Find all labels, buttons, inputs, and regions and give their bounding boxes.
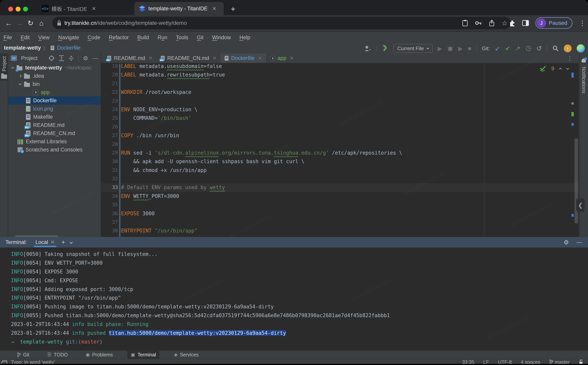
share-icon[interactable] (489, 20, 494, 26)
breadcrumb-file[interactable]: Dockerfile (57, 45, 80, 51)
indent-setting[interactable]: 4 spaces (521, 359, 540, 364)
breadcrumb-project[interactable]: template-wetty (4, 45, 41, 51)
editor-tab-readme-cn-md[interactable]: MDREADME_CN.md✕ (157, 54, 221, 63)
run-configuration-select[interactable]: Current File (393, 44, 433, 53)
reload-icon[interactable]: ↻ (25, 19, 36, 27)
toolwindow-button-todo[interactable]: ☰TODO (44, 351, 71, 359)
prev-problem-icon[interactable] (559, 68, 562, 71)
profile-paused-button[interactable]: J Paused (535, 17, 572, 29)
bookmark-star-icon[interactable]: ☆ (502, 19, 508, 27)
stop-icon[interactable]: ■ (468, 45, 471, 52)
git-push-icon[interactable]: ↗ (515, 45, 520, 52)
gear-icon[interactable]: ⚙ (83, 55, 88, 62)
unlock-icon[interactable] (579, 359, 583, 364)
git-commit-icon[interactable]: ✔ (505, 45, 510, 52)
tree-item-external-libraries[interactable]: External Libraries (8, 137, 101, 146)
upgrade-icon[interactable]: ↑ (564, 44, 572, 52)
locate-file-icon[interactable] (49, 55, 55, 61)
project-panel-title[interactable]: Project (21, 55, 44, 61)
tree-item-dockerfile[interactable]: Dockerfile (8, 96, 101, 105)
browser-menu-icon[interactable]: ⋮ (579, 19, 586, 27)
expand-panel-chevron-icon[interactable]: ❮ (576, 198, 585, 212)
build-hammer-icon[interactable] (382, 45, 388, 52)
gradient-avatar-icon[interactable] (577, 44, 585, 53)
minimize-window-button[interactable] (16, 7, 21, 12)
run-coverage-icon[interactable]: ▶ (458, 45, 463, 52)
toolwindow-tab-project[interactable]: Project (0, 54, 8, 81)
rollback-icon[interactable]: ↺ (536, 44, 542, 52)
terminal-tab-local[interactable]: Local ✕ (34, 237, 56, 247)
toolwindow-button-terminal[interactable]: ▣Terminal (127, 351, 160, 359)
close-window-button[interactable] (8, 7, 13, 12)
clipboard-icon[interactable] (462, 20, 468, 26)
browser-tab-1[interactable]: <t> 模板 - TitanIDE ✕ (37, 2, 133, 15)
address-bar[interactable]: try.titanide.cn/ide/web/coding/template-… (52, 17, 511, 29)
close-tab-icon[interactable]: ✕ (92, 6, 96, 12)
tree-item-icon-png[interactable]: icon.png (8, 105, 101, 113)
tree-item-makefile[interactable]: Makefile (8, 113, 101, 121)
chevron-down-icon[interactable] (19, 82, 22, 85)
menu-help[interactable]: Help (239, 35, 250, 41)
menu-tools[interactable]: Tools (176, 35, 188, 41)
caret-position[interactable]: 33:35 (462, 359, 474, 364)
menu-run[interactable]: Run (158, 35, 167, 41)
terminal-output[interactable]: INFO[0050] Taking snapshot of full files… (0, 247, 588, 350)
error-stripe[interactable] (571, 64, 574, 237)
git-branch-widget[interactable]: master (549, 359, 570, 364)
menu-view[interactable]: View (38, 35, 49, 41)
close-terminal-tab-icon[interactable]: ✕ (50, 239, 55, 245)
close-tab-icon[interactable]: ✕ (212, 6, 217, 12)
tree-item-bin[interactable]: bin (8, 80, 101, 88)
menu-file[interactable]: File (4, 35, 12, 41)
line-separator[interactable]: LF (483, 359, 489, 364)
terminal-settings-gear-icon[interactable]: ⚙ (564, 239, 569, 246)
window-layers-icon[interactable] (2, 360, 7, 364)
chevron-right-icon[interactable] (19, 74, 22, 77)
editor-tab-app[interactable]: app✕ (266, 54, 298, 63)
chevron-down-icon[interactable] (11, 66, 14, 69)
editor-tab-options-icon[interactable]: ⋮ (567, 55, 573, 62)
editor-canvas[interactable]: 1920212223242526272829303132333435363738… (101, 64, 579, 237)
history-clock-icon[interactable] (525, 45, 531, 51)
inspection-widget[interactable]: 9 (539, 66, 569, 72)
tree-item-scratches-and-consoles[interactable]: Scratches and Consoles (8, 146, 101, 154)
editor-tab-readme-md[interactable]: MDREADME.md✕ (103, 54, 157, 63)
menu-window[interactable]: Window (212, 35, 231, 41)
toolwindow-tab-notifications[interactable]: Notifications (580, 58, 588, 93)
toolwindow-button-services[interactable]: ◈Services (170, 351, 202, 359)
debug-bug-icon[interactable] (447, 45, 453, 51)
editor-tab-dockerfile[interactable]: Dockerfile✕ (220, 54, 266, 63)
code-content[interactable]: LABEL metadata.usesubdomain=falseLABEL m… (121, 64, 402, 237)
tree-item-readme-cn-md[interactable]: MDREADME_CN.md (8, 129, 101, 137)
tree-item-readme-md[interactable]: MDREADME.md (8, 121, 101, 129)
menu-build[interactable]: Build (137, 35, 149, 41)
next-problem-icon[interactable] (566, 67, 569, 70)
menu-code[interactable]: Code (88, 35, 100, 41)
hide-terminal-icon[interactable]: — (577, 239, 582, 245)
close-tab-icon[interactable]: ✕ (149, 56, 153, 61)
menu-git[interactable]: Git (197, 35, 204, 41)
tree-item-app[interactable]: app (8, 88, 101, 96)
toolwindow-button-problems[interactable]: ◉Problems (82, 351, 116, 359)
git-pull-icon[interactable]: ↙ (495, 45, 500, 52)
password-key-icon[interactable] (475, 21, 482, 25)
menu-edit[interactable]: Edit (21, 35, 30, 41)
tree-item-template-wetty[interactable]: template-wetty~/workspac (8, 64, 101, 72)
tree-item--idea[interactable]: .idea (8, 72, 101, 80)
new-terminal-session-icon[interactable]: + (62, 239, 65, 246)
side-panel-icon[interactable] (522, 20, 529, 26)
collapse-all-icon[interactable] (69, 55, 74, 61)
menu-refactor[interactable]: Refactor (109, 35, 129, 41)
toolwindow-button-git[interactable]: Git (14, 351, 33, 359)
expand-all-icon[interactable] (59, 55, 64, 61)
home-icon[interactable]: ⌂ (36, 19, 47, 27)
menu-navigate[interactable]: Navigate (58, 35, 79, 41)
close-tab-icon[interactable]: ✕ (290, 56, 294, 61)
back-icon[interactable]: ← (3, 19, 14, 27)
code-with-me-icon[interactable] (364, 45, 371, 51)
new-tab-button[interactable]: + (231, 5, 235, 14)
close-tab-icon[interactable]: ✕ (213, 56, 217, 61)
terminal-dropdown-icon[interactable] (70, 241, 73, 244)
browser-tab-2[interactable]: </> template-wetty - TitanIDE ✕ (134, 2, 224, 15)
zoom-window-button[interactable] (23, 7, 28, 12)
